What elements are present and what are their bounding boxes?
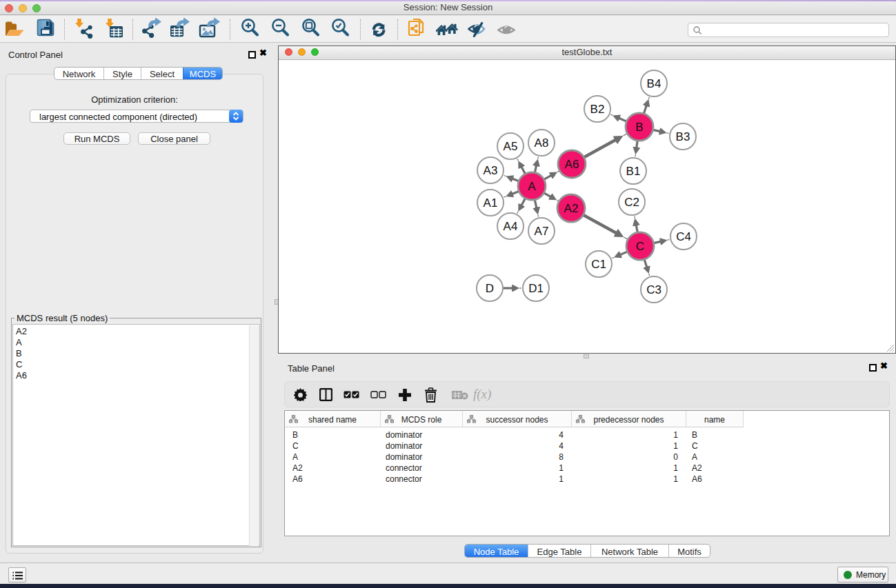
svg-text:C2: C2	[624, 196, 639, 209]
svg-text:B: B	[635, 121, 643, 134]
svg-text:C3: C3	[646, 283, 661, 296]
svg-text:C: C	[636, 240, 644, 253]
svg-text:D1: D1	[528, 282, 544, 295]
svg-text:A7: A7	[535, 225, 549, 238]
svg-text:A2: A2	[564, 202, 579, 215]
svg-text:A5: A5	[504, 140, 518, 153]
svg-text:B2: B2	[590, 103, 605, 116]
svg-text:A6: A6	[565, 158, 579, 171]
svg-text:B1: B1	[626, 165, 641, 178]
svg-text:B3: B3	[676, 130, 690, 143]
svg-text:C4: C4	[676, 230, 691, 243]
svg-text:B4: B4	[647, 77, 661, 90]
svg-text:A8: A8	[535, 136, 549, 150]
svg-text:A4: A4	[504, 220, 518, 233]
svg-text:A3: A3	[484, 164, 498, 177]
svg-text:D: D	[486, 282, 494, 295]
svg-text:C1: C1	[591, 258, 606, 271]
svg-text:A: A	[528, 180, 536, 193]
svg-text:A1: A1	[484, 196, 498, 210]
